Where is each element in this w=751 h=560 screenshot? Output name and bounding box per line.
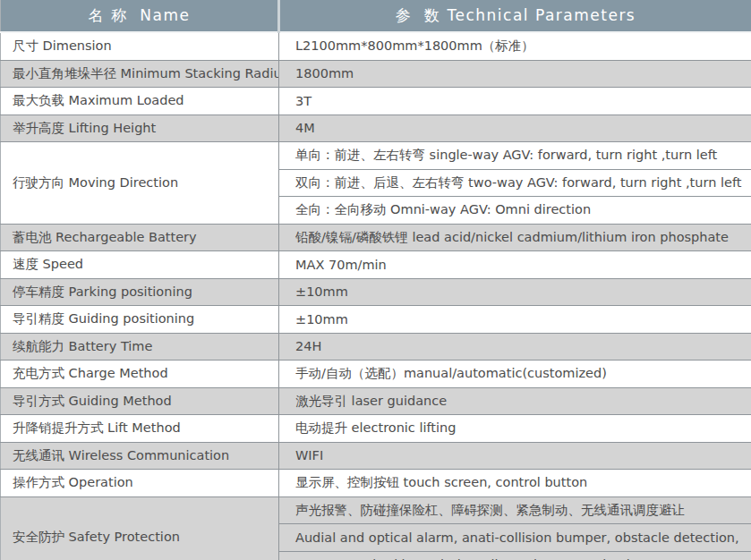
param-value-cell: ±10mm [279,306,751,334]
param-label-cell: 导引方式 Guiding Method [1,387,279,415]
table-row: 蓄电池 Rechargeable Battery铅酸/镍镉/磷酸铁锂 lead … [1,224,751,251]
param-value-cell: WIFI [279,442,751,470]
param-label-cell: 充电方式 Charge Method [1,361,279,388]
param-label-cell: 导引精度 Guiding positioning [1,306,279,334]
table-row: 最小直角堆垛半径 Minimum Stacking Radius1800mm [1,60,751,88]
param-value-cell: 电动提升 electronic lifting [279,415,751,443]
table-row: 无线通讯 Wireless CommunicationWIFI [1,442,751,470]
table-header: 名 称 Name 参 数 Technical Parameters [1,0,751,32]
param-value-cell: ±10mm [279,278,751,306]
param-value-cell: 4M [279,115,751,142]
param-label-cell: 蓄电池 Rechargeable Battery [1,224,279,251]
param-label-cell: 举升高度 Lifting Height [1,115,279,142]
table-row: 续航能力 Battery Time24H [1,333,751,361]
param-label-cell: 操作方式 Operation [1,470,279,497]
param-label-cell: 续航能力 Battery Time [1,333,279,361]
table-row: 举升高度 Lifting Height4M [1,115,751,142]
param-value-cell: 单向：前进、左右转弯 single-way AGV: forward, turn… [279,142,751,170]
param-label-cell: 最小直角堆垛半径 Minimum Stacking Radius [1,60,279,88]
table-row: 安全防护 Safety Protection声光报警、防碰撞保险杠、障碍探测、紧… [1,496,751,524]
table-row: 导引精度 Guiding positioning±10mm [1,306,751,334]
param-value-cell: 3T [279,88,751,115]
param-value-cell: Audial and optical alarm, anati-collisio… [279,524,751,552]
param-label-cell: 无线通讯 Wireless Communication [1,442,279,470]
table-row: 升降销提升方式 Lift Method电动提升 electronic lifti… [1,415,751,443]
param-value-cell: MAX 70m/min [279,251,751,279]
param-label-cell: 速度 Speed [1,251,279,279]
table-row: 操作方式 Operation显示屏、控制按钮 touch screen, con… [1,470,751,497]
param-value-cell: emergency braking, wireless dispatch com… [279,551,751,560]
param-value-cell: 显示屏、控制按钮 touch screen, control button [279,470,751,497]
table-row: 充电方式 Charge Method手动/自动（选配）manual/automa… [1,361,751,388]
param-value-cell: 全向：全向移动 Omni-way AGV: Omni direction [279,197,751,225]
param-label-cell: 安全防护 Safety Protection [1,496,279,560]
param-value-cell: 双向：前进、后退、左右转弯 two-way AGV: forward, turn… [279,169,751,197]
header-params-column: 参 数 Technical Parameters [279,0,751,32]
param-value-cell: 1800mm [279,60,751,88]
table-row: 最大负载 Maximum Loaded3T [1,88,751,115]
table-row: 停车精度 Parking positioning±10mm [1,278,751,306]
param-value-cell: 激光导引 laser guidance [279,387,751,415]
param-label-cell: 行驶方向 Moving Direction [1,142,279,225]
param-value-cell: 声光报警、防碰撞保险杠、障碍探测、紧急制动、无线通讯调度避让 [279,496,751,524]
param-value-cell: 手动/自动（选配）manual/automatic(customized) [279,361,751,388]
table-row: 尺寸 DimensionL2100mm*800mm*1800mm（标准） [1,32,751,60]
param-value-cell: 铅酸/镍镉/磷酸铁锂 lead acid/nickel cadmium/lith… [279,224,751,251]
table-row: 导引方式 Guiding Method激光导引 laser guidance [1,387,751,415]
param-label-cell: 停车精度 Parking positioning [1,278,279,306]
param-label-cell: 最大负载 Maximum Loaded [1,88,279,115]
table-row: 速度 SpeedMAX 70m/min [1,251,751,279]
param-value-cell: L2100mm*800mm*1800mm（标准） [279,32,751,60]
param-value-cell: 24H [279,333,751,361]
spec-sheet-page: 名 称 Name 参 数 Technical Parameters 尺寸 Dim… [0,0,751,560]
header-name-column: 名 称 Name [1,0,279,32]
param-label-cell: 尺寸 Dimension [1,32,279,60]
param-label-cell: 升降销提升方式 Lift Method [1,415,279,443]
technical-parameters-table: 名 称 Name 参 数 Technical Parameters 尺寸 Dim… [0,0,751,560]
table-body: 尺寸 DimensionL2100mm*800mm*1800mm（标准）最小直角… [1,32,751,560]
header-row: 名 称 Name 参 数 Technical Parameters [1,0,751,32]
table-row: 行驶方向 Moving Direction单向：前进、左右转弯 single-w… [1,142,751,170]
